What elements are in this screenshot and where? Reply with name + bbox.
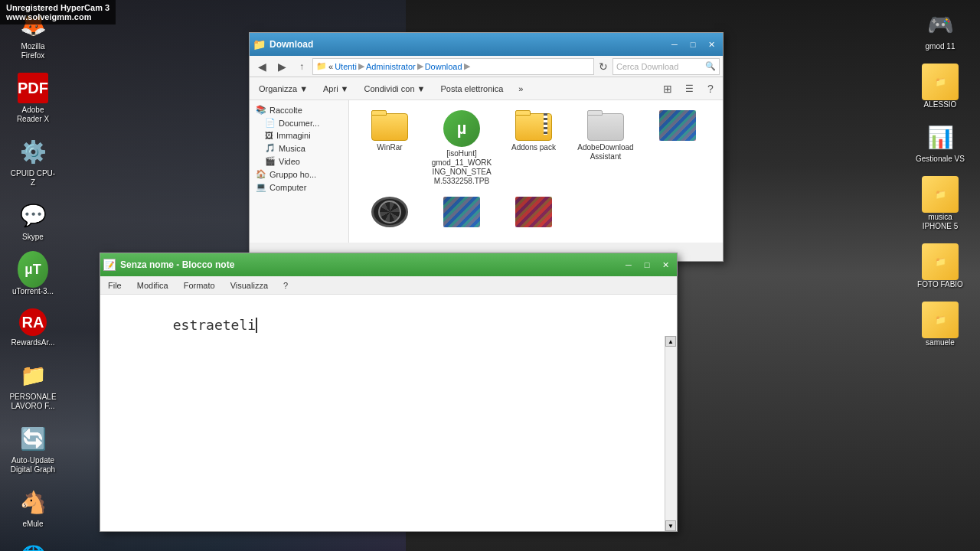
desktop-icon-alessio[interactable]: 📁 ALESSIO [910, 60, 971, 112]
notepad-menu-file[interactable]: File [103, 279, 126, 292]
notepad-scrollbar[interactable]: ▲ ▼ [665, 336, 677, 531]
file-grid: WinRar µ [isoHunt] gmod_11_WORKING_NON_S… [352, 103, 720, 236]
winrar-folder-label: WinRar [377, 143, 402, 152]
desktop-icon-skype[interactable]: 💬 Skype [6, 197, 60, 245]
emule-icon: 🐴 [18, 487, 48, 517]
sidebar-video[interactable]: 🎬 Video [250, 155, 348, 168]
explorer-actionbar: Organizza ▼ Apri ▼ Condividi con ▼ Posta… [250, 77, 723, 100]
notepad-minimize-button[interactable]: ─ [620, 257, 637, 272]
search-box[interactable]: Cerca Download 🔍 [612, 58, 720, 75]
notepad-menubar: File Modifica Formato Visualizza ? [100, 276, 677, 295]
desktop-icons-right: 🎮 gmod 11 📁 ALESSIO 📊 Gestionale VS 📁 mu… [903, 0, 980, 363]
alessio-folder-icon: 📁 [922, 64, 959, 100]
notepad-window: 📝 Senza nome - Blocco note ─ □ ✕ File Mo… [100, 253, 678, 532]
rar3-icon [515, 197, 552, 227]
rewards-icon: RA [19, 308, 47, 336]
adobe-download-folder-icon [587, 110, 624, 141]
search-placeholder: Cerca Download [616, 62, 678, 71]
sidebar-gruppo-ho[interactable]: 🏠 Gruppo ho... [250, 168, 348, 181]
minimize-button[interactable]: ─ [666, 37, 683, 52]
file-item-rar3[interactable] [499, 193, 568, 233]
utorrent-file-icon: µ [443, 110, 480, 147]
desktop-icon-cpuid[interactable]: ⚙️ CPUID CPU-Z [6, 133, 60, 191]
desktop-icons-left: 🦊 Mozilla Firefox PDF Adobe Reader X ⚙️ … [0, 0, 107, 551]
notepad-menu-formato[interactable]: Formato [179, 279, 220, 292]
addons-pack-folder-icon [515, 110, 552, 141]
condividi-button[interactable]: Condividi con ▼ [358, 80, 431, 98]
breadcrumb-download[interactable]: Download [425, 62, 462, 71]
breadcrumb-utenti[interactable]: Utenti [335, 62, 357, 71]
gmod-torrent-label: [isoHunt] gmod_11_WORKING_NON_STEAM.5332… [431, 149, 492, 186]
sidebar-computer[interactable]: 💻 Computer [250, 181, 348, 194]
file-item-adobe-download[interactable]: AdobeDownload Assistant [571, 106, 640, 190]
view-icon2[interactable]: ☰ [680, 80, 698, 97]
breadcrumb-icon: 📁 [316, 61, 327, 71]
posta-button[interactable]: Posta elettronica [434, 80, 509, 98]
notepad-cursor [256, 318, 257, 333]
notepad-text: estraeteli [173, 317, 256, 333]
samuele-folder-icon: 📁 [922, 302, 959, 338]
explorer-title: Download [270, 39, 666, 50]
video-file-icon [371, 197, 408, 227]
search-icon: 🔍 [705, 61, 716, 71]
desktop-icon-gmod[interactable]: 🎮 gmod 11 [910, 6, 971, 54]
maximize-button[interactable]: □ [684, 37, 701, 52]
musica-folder-icon: 📁 [922, 176, 959, 213]
file-item-rar1[interactable] [643, 106, 712, 190]
view-icon1[interactable]: ⊞ [658, 80, 677, 97]
file-item-video[interactable] [355, 193, 424, 233]
breadcrumb-sep: « [328, 62, 333, 71]
file-item-rar2[interactable] [427, 193, 496, 233]
desktop-icon-foto-fabio[interactable]: 📁 FOTO FABIO [910, 240, 971, 292]
file-item-winrar[interactable]: WinRar [355, 106, 424, 190]
help-button[interactable]: ? [701, 80, 720, 97]
back-button[interactable]: ◀ [253, 58, 271, 75]
forward-button[interactable]: ▶ [273, 58, 291, 75]
desktop-icon-musica[interactable]: 📁 musica IPHONE 5 [910, 173, 971, 234]
explorer-sidebar: 📚 Raccolte 📄 Documer... 🖼 Immagini 🎵 Mus… [250, 100, 349, 243]
notepad-title: Senza nome - Blocco note [120, 259, 620, 270]
file-item-gmod-torrent[interactable]: µ [isoHunt] gmod_11_WORKING_NON_STEAM.53… [427, 106, 496, 190]
address-bar[interactable]: 📁 « Utenti ▶ Administrator ▶ Download ▶ [312, 58, 594, 75]
up-button[interactable]: ↑ [292, 58, 311, 75]
auto-update-icon: 🔄 [18, 423, 48, 454]
breadcrumb-administrator[interactable]: Administrator [366, 62, 416, 71]
desktop-icon-gestionale[interactable]: 📊 Gestionale VS [910, 119, 971, 167]
desktop-icon-rewards[interactable]: RA RewardsAr... [6, 305, 60, 350]
notepad-content-area[interactable]: estraeteli [100, 295, 677, 490]
rar1-icon [659, 110, 696, 141]
notepad-close-button[interactable]: ✕ [657, 257, 674, 272]
notepad-maximize-button[interactable]: □ [639, 257, 655, 272]
close-button[interactable]: ✕ [703, 37, 720, 52]
explorer-content: WinRar µ [isoHunt] gmod_11_WORKING_NON_S… [349, 100, 723, 243]
refresh-button[interactable]: ↻ [596, 58, 611, 75]
desktop-icon-personale[interactable]: 📁 PERSONALE LAVORO F... [6, 357, 60, 414]
desktop-icon-ie[interactable]: 🌐 Internet Explorer [6, 538, 60, 551]
breadcrumb-arrow3: ▶ [464, 61, 470, 71]
window-controls: ─ □ ✕ [666, 37, 720, 52]
desktop-icon-auto-update[interactable]: 🔄 Auto-Update Digital Graph [6, 420, 60, 478]
desktop-icon-emule[interactable]: 🐴 eMule [6, 484, 60, 532]
file-item-addons-pack[interactable]: Addons pack [499, 106, 568, 190]
desktop-icon-samuele[interactable]: 📁 samuele [910, 298, 971, 350]
organizza-button[interactable]: Organizza ▼ [253, 80, 314, 98]
more-button[interactable]: » [512, 80, 529, 98]
video-icon: 🎬 [265, 156, 276, 166]
desktop-icon-utorrent[interactable]: µT uTorrent-3... [6, 251, 60, 299]
breadcrumb-arrow2: ▶ [417, 61, 423, 71]
cpuid-icon: ⚙️ [18, 136, 48, 167]
explorer-titlebar: 📁 Download ─ □ ✕ [250, 33, 723, 56]
immagini-icon: 🖼 [265, 131, 273, 140]
sidebar-raccolte[interactable]: 📚 Raccolte [250, 103, 348, 116]
sidebar-musica[interactable]: 🎵 Musica [250, 142, 348, 155]
breadcrumb-arrow1: ▶ [358, 61, 364, 71]
ie-icon: 🌐 [18, 541, 48, 551]
sidebar-documenti[interactable]: 📄 Documer... [250, 116, 348, 129]
apri-button[interactable]: Apri ▼ [317, 80, 354, 98]
addons-pack-label: Addons pack [511, 143, 556, 152]
notepad-menu-modifica[interactable]: Modifica [132, 279, 173, 292]
notepad-menu-help[interactable]: ? [279, 279, 292, 292]
sidebar-immagini[interactable]: 🖼 Immagini [250, 129, 348, 142]
desktop-icon-adobe-reader[interactable]: PDF Adobe Reader X [6, 70, 60, 127]
notepad-menu-visualizza[interactable]: Visualizza [226, 279, 273, 292]
